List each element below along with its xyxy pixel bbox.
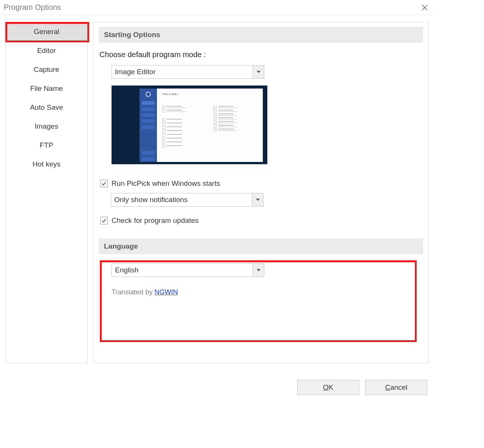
svg-marker-2 xyxy=(257,71,261,73)
sidebar-item-label: Editor xyxy=(37,47,56,54)
program-mode-dropdown-button[interactable] xyxy=(253,65,264,79)
sidebar-item-capture[interactable]: Capture xyxy=(6,60,87,79)
sidebar-item-editor[interactable]: Editor xyxy=(6,41,87,60)
sidebar-item-images[interactable]: Images xyxy=(6,117,87,136)
run-on-start-row: Run PicPick when Windows starts xyxy=(100,179,423,188)
chevron-down-icon xyxy=(256,269,261,272)
check-icon xyxy=(101,181,107,186)
choose-mode-label: Choose default program mode : xyxy=(99,50,423,59)
translator-link[interactable]: NGWIN xyxy=(154,288,178,296)
tray-behavior-value: Only show notifications xyxy=(111,193,252,207)
run-on-start-label: Run PicPick when Windows starts xyxy=(112,179,220,188)
program-mode-value: Image Editor xyxy=(112,65,253,79)
cancel-label-rest: ancel xyxy=(390,383,407,392)
check-icon xyxy=(101,218,107,223)
check-updates-checkbox[interactable] xyxy=(100,217,108,224)
sidebar-item-label: Capture xyxy=(34,65,59,73)
window-title: Program Options xyxy=(4,3,61,12)
language-dropdown-button[interactable] xyxy=(253,263,264,277)
close-icon xyxy=(421,4,428,11)
check-updates-row: Check for program updates xyxy=(100,216,423,225)
sidebar-item-label: FTP xyxy=(40,141,53,149)
program-mode-combo[interactable]: Image Editor xyxy=(112,65,264,79)
tray-behavior-dropdown-button[interactable] xyxy=(252,193,264,207)
sidebar-item-label: Auto Save xyxy=(30,103,63,111)
ok-label-rest: K xyxy=(329,383,334,392)
titlebar: Program Options xyxy=(0,0,434,15)
close-button[interactable] xyxy=(419,2,430,13)
translated-by-row: Translated by NGWIN xyxy=(112,288,423,296)
section-header-language: Language xyxy=(99,238,423,254)
cancel-button[interactable]: Cancel xyxy=(365,380,427,395)
sidebar-item-label: Hot keys xyxy=(33,160,60,168)
ok-button[interactable]: OK xyxy=(297,380,359,395)
language-value: English xyxy=(112,263,253,277)
sidebar-item-label: Images xyxy=(35,122,58,130)
dialog-footer: OK Cancel xyxy=(297,380,427,395)
sidebar: General Editor Capture File Name Auto Sa… xyxy=(5,22,88,363)
sidebar-item-general[interactable]: General xyxy=(6,22,87,41)
sidebar-item-auto-save[interactable]: Auto Save xyxy=(6,98,87,117)
sidebar-item-file-name[interactable]: File Name xyxy=(6,79,87,98)
mode-preview-thumbnail: Pick a task... xyxy=(112,86,267,164)
svg-marker-4 xyxy=(257,269,261,271)
language-combo[interactable]: English xyxy=(112,263,264,277)
chevron-down-icon xyxy=(256,198,260,201)
chevron-down-icon xyxy=(256,70,261,73)
preview-title: Pick a task... xyxy=(162,92,258,96)
run-on-start-checkbox[interactable] xyxy=(100,180,108,187)
sidebar-item-label: File Name xyxy=(30,84,63,92)
sidebar-item-hot-keys[interactable]: Hot keys xyxy=(6,155,87,174)
main-panel: Starting Options Choose default program … xyxy=(93,22,429,363)
sidebar-item-ftp[interactable]: FTP xyxy=(6,136,87,155)
translated-prefix: Translated by xyxy=(112,288,154,296)
svg-marker-3 xyxy=(256,199,260,201)
sidebar-item-label: General xyxy=(34,28,59,36)
check-updates-label: Check for program updates xyxy=(112,216,199,225)
tray-behavior-combo[interactable]: Only show notifications xyxy=(111,193,264,207)
section-header-starting: Starting Options xyxy=(99,27,423,43)
